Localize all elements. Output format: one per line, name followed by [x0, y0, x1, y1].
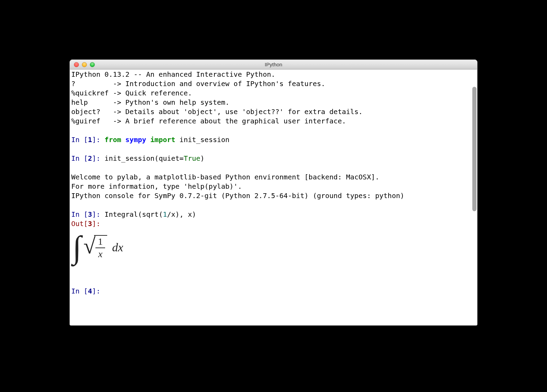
literal-true: True: [184, 154, 200, 162]
prompt-in: In [1]:: [71, 136, 104, 144]
prompt-in[interactable]: In [4]:: [71, 287, 104, 295]
equals: =: [179, 154, 184, 162]
prompt-in: In [2]:: [71, 154, 104, 162]
operator: /: [167, 210, 171, 218]
code-text: x), x): [171, 210, 196, 218]
code-text: ): [200, 154, 204, 162]
output-line: For more information, type 'help(pylab)'…: [71, 182, 242, 190]
console[interactable]: IPython 0.13.2 -- An enhanced Interactiv…: [70, 69, 472, 325]
banner-line: %quickref -> Quick reference.: [71, 89, 192, 97]
prompt-in: In [3]:: [71, 210, 104, 218]
output-line: Welcome to pylab, a matplotlib-based Pyt…: [71, 173, 379, 181]
banner-line: IPython 0.13.2 -- An enhanced Interactiv…: [71, 70, 275, 78]
kw-from: from: [104, 136, 121, 144]
differential: dx: [112, 240, 123, 255]
output-line: IPython console for SymPy 0.7.2-git (Pyt…: [71, 192, 404, 200]
code-text: Integral(sqrt(: [104, 210, 163, 218]
literal-number: 1: [163, 210, 167, 218]
scrollbar[interactable]: [472, 69, 477, 325]
window-title: IPython: [70, 62, 477, 67]
ident: init_session: [175, 136, 230, 144]
module-name: sympy: [121, 136, 150, 144]
close-icon[interactable]: [74, 62, 79, 67]
radical-icon: √: [83, 235, 95, 257]
math-output: ∫√1xdx: [71, 228, 469, 268]
outer-frame: IPython IPython 0.13.2 -- An enhanced In…: [49, 42, 498, 350]
sqrt: √1x: [83, 235, 107, 260]
integral-icon: ∫: [73, 235, 81, 260]
scrollbar-thumb[interactable]: [472, 87, 476, 211]
prompt-out: Out[3]:: [71, 220, 104, 228]
banner-line: %guiref -> A brief reference about the g…: [71, 117, 346, 125]
numerator: 1: [98, 237, 103, 248]
minimize-icon[interactable]: [82, 62, 87, 67]
denominator: x: [98, 248, 102, 259]
banner-line: ? -> Introduction and overview of IPytho…: [71, 80, 325, 88]
kw-import: import: [150, 136, 175, 144]
content-wrap: IPython 0.13.2 -- An enhanced Interactiv…: [70, 69, 477, 325]
banner-line: help -> Python's own help system.: [71, 98, 230, 106]
banner-line: object? -> Details about 'object', use '…: [71, 108, 363, 116]
traffic-lights: [70, 62, 95, 67]
code-text: init_session(quiet: [104, 154, 179, 162]
zoom-icon[interactable]: [90, 62, 95, 67]
window: IPython IPython 0.13.2 -- An enhanced In…: [69, 59, 478, 326]
titlebar[interactable]: IPython: [70, 60, 477, 69]
